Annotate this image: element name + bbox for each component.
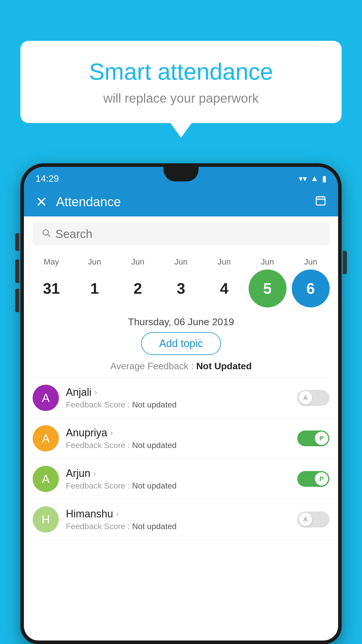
svg-point-4: [43, 230, 48, 235]
attendance-toggle-arjun[interactable]: P: [297, 471, 329, 487]
month-6: Jun: [292, 257, 330, 267]
student-item-anjali[interactable]: A Anjali › Feedback Score : Not updated …: [24, 378, 338, 418]
search-container: [33, 222, 329, 246]
student-feedback-anjali: Feedback Score : Not updated: [66, 400, 297, 410]
attendance-toggle-anupriya[interactable]: P: [297, 430, 329, 446]
avg-feedback: Average Feedback : Not Updated: [24, 361, 338, 372]
chevron-right-icon: ›: [94, 388, 97, 397]
student-info-anupriya: Anupriya › Feedback Score : Not updated: [66, 427, 297, 450]
toggle-knob-anupriya: P: [315, 432, 328, 445]
date-6-selected[interactable]: 6: [292, 270, 330, 307]
date-1[interactable]: 1: [75, 270, 113, 307]
volume-up-button: [15, 233, 19, 251]
speech-bubble-subtitle: will replace your paperwork: [38, 91, 324, 106]
calendar-icon[interactable]: [315, 195, 326, 209]
month-0: May: [32, 257, 70, 267]
student-info-himanshu: Himanshu › Feedback Score : Not updated: [66, 508, 297, 531]
attendance-toggle-anjali[interactable]: A: [297, 390, 329, 406]
selected-date: Thursday, 06 June 2019: [24, 316, 338, 328]
app-bar: ✕ Attendance: [24, 187, 338, 216]
svg-line-5: [48, 235, 50, 237]
calendar-dates: 31 1 2 3 4 5 6: [30, 270, 332, 307]
student-feedback-himanshu: Feedback Score : Not updated: [66, 522, 297, 531]
student-feedback-anupriya: Feedback Score : Not updated: [66, 441, 297, 450]
calendar-months: May Jun Jun Jun Jun Jun Jun: [30, 257, 332, 267]
search-input[interactable]: [55, 228, 321, 241]
wifi-icon: ▾▾: [299, 174, 307, 183]
month-5: Jun: [249, 257, 287, 267]
chevron-right-icon: ›: [110, 428, 113, 438]
silent-button: [15, 289, 19, 312]
month-1: Jun: [75, 257, 113, 267]
student-item-arjun[interactable]: A Arjun › Feedback Score : Not updated P: [24, 459, 338, 499]
student-name-arjun: Arjun ›: [66, 467, 297, 480]
volume-down-button: [15, 260, 19, 283]
attendance-toggle-himanshu[interactable]: A: [297, 512, 329, 527]
avatar-anupriya: A: [33, 425, 59, 452]
close-button[interactable]: ✕: [36, 194, 47, 210]
avg-feedback-value: Not Updated: [196, 361, 252, 371]
toggle-knob-arjun: P: [315, 472, 328, 486]
student-info-arjun: Arjun › Feedback Score : Not updated: [66, 467, 297, 491]
date-5[interactable]: 5: [249, 270, 287, 307]
speech-bubble: Smart attendance will replace your paper…: [20, 41, 342, 123]
add-topic-button[interactable]: Add topic: [141, 332, 221, 355]
month-4: Jun: [205, 257, 243, 267]
student-item-anupriya[interactable]: A Anupriya › Feedback Score : Not update…: [24, 418, 338, 459]
avatar-anjali: A: [33, 385, 59, 411]
student-info-anjali: Anjali › Feedback Score : Not updated: [66, 386, 297, 410]
toggle-knob-himanshu: A: [299, 513, 312, 526]
signal-icon: ▲: [310, 174, 319, 183]
speech-bubble-container: Smart attendance will replace your paper…: [20, 41, 342, 123]
date-3[interactable]: 3: [162, 270, 200, 307]
student-feedback-arjun: Feedback Score : Not updated: [66, 481, 297, 491]
avatar-arjun: A: [33, 466, 59, 492]
search-icon: [41, 228, 51, 240]
camera-notch: [164, 167, 198, 181]
avg-feedback-label: Average Feedback :: [110, 361, 194, 371]
power-button: [343, 251, 347, 274]
phone-frame: 14:29 ▾▾ ▲ ▮ ✕ Attendance: [20, 163, 342, 644]
svg-rect-0: [316, 197, 325, 205]
status-icons: ▾▾ ▲ ▮: [299, 171, 326, 183]
chevron-right-icon: ›: [116, 509, 119, 519]
app-bar-title: Attendance: [56, 195, 306, 209]
date-2[interactable]: 2: [119, 270, 157, 307]
chevron-right-icon: ›: [93, 469, 96, 478]
phone-screen: 14:29 ▾▾ ▲ ▮ ✕ Attendance: [24, 167, 338, 640]
battery-icon: ▮: [322, 174, 326, 183]
student-list: A Anjali › Feedback Score : Not updated …: [24, 378, 338, 540]
month-2: Jun: [119, 257, 157, 267]
date-31[interactable]: 31: [32, 270, 70, 307]
status-time: 14:29: [36, 170, 59, 184]
student-name-himanshu: Himanshu ›: [66, 508, 297, 520]
student-name-anjali: Anjali ›: [66, 386, 297, 398]
month-3: Jun: [162, 257, 200, 267]
student-item-himanshu[interactable]: H Himanshu › Feedback Score : Not update…: [24, 499, 338, 540]
avatar-himanshu: H: [33, 506, 59, 533]
speech-bubble-title: Smart attendance: [38, 58, 324, 85]
date-4[interactable]: 4: [205, 270, 243, 307]
toggle-knob-anjali: A: [299, 391, 312, 405]
student-name-anupriya: Anupriya ›: [66, 427, 297, 439]
calendar-strip: May Jun Jun Jun Jun Jun Jun 31 1 2 3 4 5…: [24, 251, 338, 310]
